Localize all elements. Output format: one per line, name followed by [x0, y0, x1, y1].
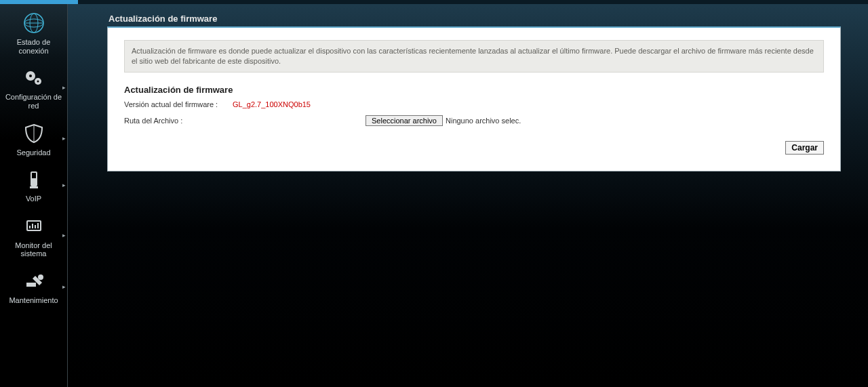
info-box: Actualización de firmware es donde puede…	[124, 40, 824, 73]
svg-rect-9	[32, 173, 36, 178]
svg-point-6	[29, 75, 32, 77]
monitor-icon	[22, 214, 46, 239]
path-label: Ruta del Archivo :	[124, 117, 366, 125]
button-row: Cargar	[124, 141, 824, 155]
chevron-right-icon: ▸	[62, 182, 66, 188]
chevron-right-icon: ▸	[62, 232, 66, 239]
file-status-text: Ninguno archivo selec.	[446, 117, 521, 125]
sidebar-item-label: Estado de conexión	[3, 38, 64, 55]
section-title: Actualización de firmware	[124, 85, 824, 95]
svg-rect-10	[30, 186, 38, 188]
firmware-version-row: Versión actual del firmware : GL_g2.7_10…	[124, 100, 824, 108]
svg-point-7	[37, 81, 39, 83]
sidebar-item-label: Seguridad	[3, 148, 64, 157]
wrench-icon	[22, 269, 46, 293]
version-label: Versión actual del firmware :	[124, 100, 233, 108]
chevron-right-icon: ▸	[62, 283, 66, 290]
load-button[interactable]: Cargar	[785, 141, 824, 155]
sidebar-item-label: VoIP	[3, 195, 64, 203]
sidebar: Estado de conexión Configuración de red …	[0, 4, 68, 387]
svg-point-17	[38, 274, 43, 280]
phone-icon	[22, 167, 46, 192]
chevron-right-icon: ▸	[62, 84, 66, 91]
choose-file-button[interactable]: Seleccionar archivo	[366, 115, 443, 126]
shield-icon	[22, 121, 46, 146]
sidebar-item-label: Configuración de red	[3, 93, 64, 110]
chevron-right-icon: ▸	[62, 135, 66, 142]
sidebar-item-security[interactable]: Seguridad ▸	[0, 115, 67, 161]
file-path-row: Ruta del Archivo : Seleccionar archivo N…	[124, 115, 824, 126]
gears-icon	[22, 66, 46, 90]
globe-icon	[22, 11, 46, 35]
sidebar-item-status[interactable]: Estado de conexión	[0, 4, 67, 59]
sidebar-item-network[interactable]: Configuración de red ▸	[0, 59, 67, 114]
sidebar-item-maintenance[interactable]: Mantenimiento ▸	[0, 262, 67, 309]
sidebar-item-voip[interactable]: VoIP ▸	[0, 161, 67, 207]
version-value: GL_g2.7_100XNQ0b15	[233, 100, 311, 108]
sidebar-item-label: Monitor del sistema	[3, 241, 64, 258]
content-panel: Actualización de firmware es donde puede…	[107, 26, 841, 171]
svg-rect-16	[26, 283, 36, 287]
main-content: Actualización de firmware Actualización …	[68, 4, 868, 387]
page-title: Actualización de firmware	[107, 14, 841, 24]
sidebar-item-label: Mantenimiento	[3, 296, 64, 305]
sidebar-item-monitor[interactable]: Monitor del sistema ▸	[0, 207, 67, 262]
